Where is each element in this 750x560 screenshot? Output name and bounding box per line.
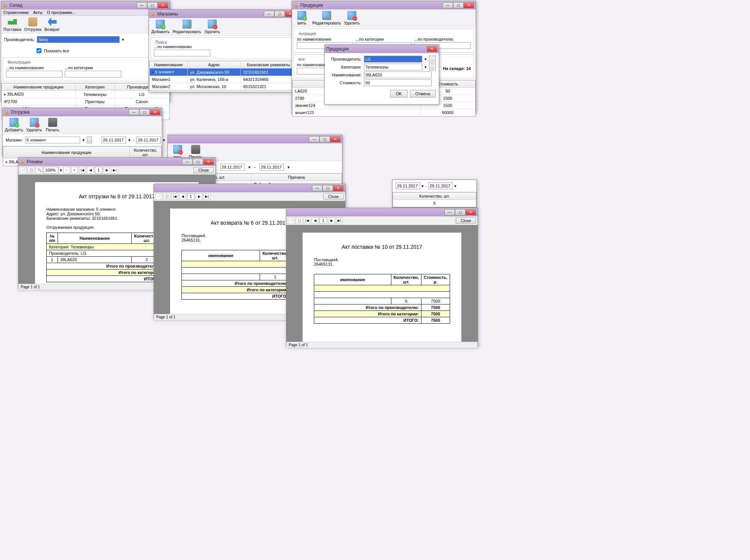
table-row[interactable]: аншет12350000	[293, 109, 475, 116]
delete-button[interactable]: Удалить	[344, 11, 360, 25]
titlebar[interactable]: 🔒 Preview —▢✕	[18, 158, 215, 166]
menu-item[interactable]: Акты	[33, 10, 43, 15]
page-input[interactable]	[95, 167, 102, 173]
dropdown-icon[interactable]: ▾	[82, 138, 85, 143]
delete-button[interactable]: Удалить	[26, 118, 42, 132]
next-page-icon[interactable]: ▶	[328, 217, 335, 224]
minimize-button[interactable]: —	[312, 185, 323, 191]
date-from[interactable]	[102, 137, 126, 143]
cost-input[interactable]	[364, 79, 432, 86]
close-button[interactable]: ✕	[150, 109, 160, 115]
maximize-button[interactable]: ▢	[147, 2, 158, 8]
manuf-combo[interactable]	[364, 56, 422, 62]
first-page-icon[interactable]: |◀	[171, 193, 178, 200]
titlebar[interactable]: 🔒 Магазины —▢✕	[149, 10, 297, 18]
close-button[interactable]: ✕	[466, 209, 476, 215]
cat-combo[interactable]	[364, 64, 422, 70]
close-preview-button[interactable]: Close	[323, 193, 344, 199]
prev-page-icon[interactable]: ◀	[179, 193, 186, 200]
last-page-icon[interactable]: ▶|	[111, 167, 118, 173]
tool-button[interactable]: 📋	[296, 217, 303, 224]
ok-button[interactable]: OK	[390, 90, 408, 97]
ellipsis-button[interactable]: …	[429, 64, 436, 70]
manufacturer-combo[interactable]	[37, 36, 120, 43]
filter-name-input[interactable]	[6, 71, 62, 78]
date-to[interactable]	[428, 183, 453, 189]
dropdown-icon[interactable]: ▾	[122, 37, 124, 42]
minimize-button[interactable]: —	[129, 109, 139, 115]
minimize-button[interactable]: —	[443, 2, 453, 8]
titlebar[interactable]: 🔒 Отгрузка —▢✕	[3, 108, 162, 116]
last-page-icon[interactable]: ▶|	[204, 193, 210, 200]
dropdown-icon[interactable]: ▾	[424, 65, 427, 70]
minimize-button[interactable]: —	[137, 2, 147, 8]
close-button[interactable]: ✕	[330, 136, 341, 142]
add-button[interactable]: Добавить	[5, 118, 23, 132]
return-button[interactable]: Возврат	[44, 17, 60, 32]
close-button[interactable]: ✕	[427, 46, 437, 52]
maximize-button[interactable]: ▢	[139, 109, 150, 115]
supply-button[interactable]: Поставка	[3, 17, 21, 32]
minimize-button[interactable]: —	[309, 136, 319, 142]
shop-combo[interactable]	[25, 137, 80, 143]
maximize-button[interactable]: ▢	[453, 2, 464, 8]
dropdown-icon[interactable]: ▾	[424, 57, 427, 62]
zoom-input[interactable]	[44, 167, 59, 173]
supply-grid[interactable]: Количество, шт. 5	[392, 192, 476, 207]
ellipsis-button[interactable]: …	[429, 56, 436, 62]
prev-page-icon[interactable]: ◀	[87, 167, 94, 173]
close-button[interactable]: ✕	[203, 159, 214, 165]
search-name-input[interactable]	[154, 50, 210, 56]
date-from[interactable]	[396, 183, 420, 189]
zoom-in-icon[interactable]: +	[71, 167, 78, 173]
close-button[interactable]: ✕	[333, 185, 344, 191]
zoom-out-icon[interactable]: −	[63, 167, 70, 173]
ellipsis-button[interactable]: …	[87, 137, 92, 143]
page-input[interactable]	[319, 217, 327, 224]
maximize-button[interactable]: ▢	[319, 136, 330, 142]
next-page-icon[interactable]: ▶	[103, 167, 110, 173]
close-preview-button[interactable]: Close	[456, 218, 476, 224]
table-row[interactable]: 5	[393, 200, 476, 207]
table-row[interactable]: iP2700ПринтерыCanon	[2, 98, 169, 105]
table-row[interactable]: Магазин1ул. Калинина, 158-а64321318465	[150, 76, 297, 83]
tool-button[interactable]: 📋	[28, 167, 35, 173]
first-page-icon[interactable]: |◀	[79, 167, 86, 173]
tool-button[interactable]: 📄	[288, 217, 295, 224]
page-input[interactable]	[187, 193, 195, 200]
filter-cat-input[interactable]	[65, 71, 121, 78]
ship-button[interactable]: Отгрузка	[24, 17, 41, 32]
tool-button[interactable]: 📋	[163, 193, 170, 200]
close-button[interactable]: ✕	[158, 2, 168, 8]
tool-button[interactable]: 📄	[155, 193, 162, 200]
name-input[interactable]	[364, 72, 432, 78]
menu-item[interactable]: Справочники	[3, 10, 29, 15]
titlebar[interactable]: —▢✕	[154, 184, 345, 192]
table-row[interactable]: 39LA620ТелевизорыLG	[2, 91, 169, 98]
prev-page-icon[interactable]: ◀	[312, 217, 318, 224]
maximize-button[interactable]: ▢	[274, 11, 285, 17]
delete-button[interactable]: Удалить	[204, 20, 220, 34]
edit-button[interactable]: Редактировать	[173, 20, 201, 34]
showall-checkbox[interactable]: Показать все	[35, 47, 69, 54]
date-to[interactable]	[136, 137, 161, 143]
edit-button[interactable]: Редактировать	[312, 11, 341, 25]
date-from[interactable]	[220, 164, 245, 170]
titlebar[interactable]: —▢✕	[286, 208, 478, 216]
last-page-icon[interactable]: ▶|	[336, 217, 343, 224]
menu-item[interactable]: О программе...	[47, 10, 76, 15]
table-row[interactable]: Магазин2ул. Московская, 106515321321	[150, 83, 297, 90]
titlebar[interactable]: —▢✕	[168, 135, 342, 143]
shops-grid[interactable]: НаименованиеАдресБанковские реквизиты 5 …	[149, 61, 297, 91]
minimize-button[interactable]: —	[264, 11, 274, 17]
minimize-button[interactable]: —	[182, 159, 193, 165]
tool-button[interactable]: 📄	[20, 167, 27, 173]
close-button[interactable]: ✕	[464, 2, 474, 8]
date-to[interactable]	[259, 164, 284, 170]
titlebar[interactable]: Продукция ✕	[325, 45, 439, 53]
maximize-button[interactable]: ▢	[323, 185, 333, 191]
first-page-icon[interactable]: |◀	[304, 217, 310, 224]
maximize-button[interactable]: ▢	[193, 159, 203, 165]
titlebar[interactable]: 🔒 Склад — ▢ ✕	[1, 1, 170, 9]
minimize-button[interactable]: —	[444, 209, 455, 215]
